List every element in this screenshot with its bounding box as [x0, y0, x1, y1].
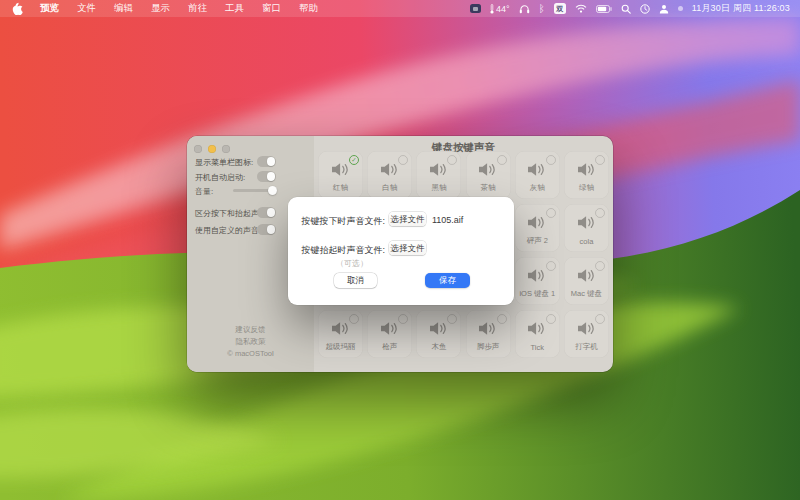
slider-knob[interactable]: [268, 186, 278, 196]
tile-select-radio[interactable]: [349, 155, 359, 165]
tile-select-radio[interactable]: [546, 314, 556, 324]
tile-select-radio[interactable]: [595, 261, 605, 271]
custom-sound-dialog: 按键按下时声音文件: 选择文件 1105.aif 按键抬起时声音文件: 选择文件…: [288, 197, 514, 305]
sound-tile[interactable]: iOS 键盘 1: [515, 257, 560, 305]
clock-menu-icon[interactable]: [640, 4, 650, 14]
speaker-icon: [381, 321, 399, 336]
tile-select-radio[interactable]: [546, 208, 556, 218]
save-button[interactable]: 保存: [425, 273, 470, 288]
menu-item[interactable]: 显示: [142, 2, 179, 15]
sound-tile[interactable]: 茶轴: [466, 151, 511, 199]
wifi-icon[interactable]: [575, 4, 587, 13]
speaker-icon: [381, 162, 399, 177]
press-sound-label: 按键按下时声音文件:: [288, 215, 385, 228]
tile-select-radio[interactable]: [595, 155, 605, 165]
feedback-link[interactable]: 建议反馈: [187, 324, 314, 336]
speaker-icon: [479, 321, 497, 336]
sound-tile[interactable]: cola: [564, 204, 609, 252]
sidebar-footer: 建议反馈 隐私政策 © macOSTool: [187, 324, 314, 360]
tile-select-radio[interactable]: [546, 155, 556, 165]
speaker-icon: [528, 268, 546, 283]
menu-clock[interactable]: 11月30日 周四 11:26:03: [692, 2, 790, 15]
tile-select-radio[interactable]: [546, 261, 556, 271]
screenshot-app-icon[interactable]: [470, 4, 481, 13]
speaker-icon: [578, 321, 596, 336]
toggle-knob: [267, 208, 276, 217]
menu-item[interactable]: 前往: [179, 2, 216, 15]
menu-item[interactable]: 预览: [31, 2, 68, 15]
weather-temperature[interactable]: 44°: [490, 4, 510, 14]
custom-sound-toggle[interactable]: [257, 224, 276, 235]
sound-tile[interactable]: 红轴: [318, 151, 363, 199]
user-switch-icon[interactable]: [659, 4, 669, 14]
choose-release-file-button[interactable]: 选择文件: [389, 241, 426, 255]
headphones-icon[interactable]: [519, 4, 530, 14]
control-center-icon[interactable]: [678, 6, 683, 11]
tile-label: 木鱼: [416, 342, 461, 352]
menu-item[interactable]: 帮助: [290, 2, 327, 15]
sound-tile[interactable]: 白轴: [367, 151, 412, 199]
menu-items: 预览文件编辑显示前往工具窗口帮助: [31, 2, 327, 15]
menu-item[interactable]: 工具: [216, 2, 253, 15]
speaker-icon: [332, 162, 350, 177]
copyright-text: © macOSTool: [187, 348, 314, 360]
spotlight-search-icon[interactable]: [621, 4, 631, 14]
setting-label: 显示菜单栏图标:: [195, 157, 253, 168]
menu-item[interactable]: 文件: [68, 2, 105, 15]
tile-select-radio[interactable]: [497, 155, 507, 165]
menu-item[interactable]: 编辑: [105, 2, 142, 15]
sound-tile[interactable]: 枪声: [367, 310, 412, 358]
menu-item[interactable]: 窗口: [253, 2, 290, 15]
input-method-icon[interactable]: 双: [554, 3, 566, 14]
sound-tile[interactable]: 灰轴: [515, 151, 560, 199]
distinguish-press-release-toggle[interactable]: [257, 207, 276, 218]
battery-icon[interactable]: [596, 5, 612, 13]
menu-bar: 预览文件编辑显示前往工具窗口帮助 44° ᛒ 双 11月30日 周四 11:26…: [0, 0, 800, 17]
cancel-button[interactable]: 取消: [334, 273, 377, 288]
volume-slider[interactable]: [233, 189, 276, 192]
tile-label: cola: [564, 237, 609, 246]
minimize-button[interactable]: [208, 145, 216, 153]
speaker-icon: [528, 215, 546, 230]
speaker-icon: [430, 321, 448, 336]
speaker-icon: [528, 321, 546, 336]
tile-select-radio[interactable]: [447, 314, 457, 324]
temperature-value: 44°: [496, 4, 510, 14]
sound-tile[interactable]: 木鱼: [416, 310, 461, 358]
tile-select-radio[interactable]: [595, 314, 605, 324]
sound-tile[interactable]: 打字机: [564, 310, 609, 358]
traffic-lights: [194, 145, 230, 153]
sound-tile[interactable]: Mac 键盘: [564, 257, 609, 305]
sound-tile[interactable]: 黑轴: [416, 151, 461, 199]
close-button[interactable]: [194, 145, 202, 153]
sound-tile[interactable]: 脚步声: [466, 310, 511, 358]
thermometer-icon: [490, 4, 494, 14]
choose-press-file-button[interactable]: 选择文件: [389, 212, 426, 226]
sound-tile[interactable]: 绿轴: [564, 151, 609, 199]
bluetooth-icon[interactable]: ᛒ: [539, 4, 545, 14]
show-menubar-toggle[interactable]: [257, 156, 276, 167]
zoom-button[interactable]: [222, 145, 230, 153]
tile-label: 茶轴: [466, 183, 511, 193]
sound-tile[interactable]: 砰声 2: [515, 204, 560, 252]
apple-menu[interactable]: [10, 2, 31, 15]
tile-select-radio[interactable]: [398, 314, 408, 324]
launch-at-login-toggle[interactable]: [257, 171, 276, 182]
sound-tile[interactable]: 超级玛丽: [318, 310, 363, 358]
setting-show-menubar-icon: 显示菜单栏图标:: [195, 156, 306, 168]
tile-label: 脚步声: [466, 342, 511, 352]
tile-select-radio[interactable]: [398, 155, 408, 165]
tile-select-radio[interactable]: [497, 314, 507, 324]
apple-icon: [12, 2, 23, 15]
setting-volume: 音量:: [195, 185, 306, 197]
release-sound-label: 按键抬起时声音文件:: [288, 244, 385, 257]
setting-label: 使用自定义的声音:: [195, 225, 261, 236]
tile-select-radio[interactable]: [349, 314, 359, 324]
privacy-policy-link[interactable]: 隐私政策: [187, 336, 314, 348]
tile-select-radio[interactable]: [447, 155, 457, 165]
setting-launch-at-login: 开机自动启动:: [195, 171, 306, 183]
tile-select-radio[interactable]: [595, 208, 605, 218]
setting-label: 音量:: [195, 186, 213, 197]
sound-tile[interactable]: Tick: [515, 310, 560, 358]
speaker-icon: [430, 162, 448, 177]
